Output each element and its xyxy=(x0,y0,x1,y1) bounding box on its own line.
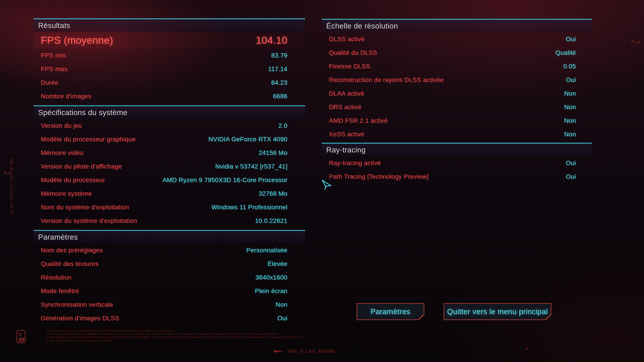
row-label: DRS activé xyxy=(329,103,361,111)
resolution-row: Résolution 3840x1600 xyxy=(34,271,305,284)
row-value: Oui xyxy=(566,76,576,84)
texture-quality-row: Qualité des textures Élevée xyxy=(34,257,305,271)
settings-button-label: Paramètres xyxy=(357,304,424,320)
row-label: AMD FSR 2.1 activé xyxy=(329,117,388,124)
row-value: 117.14 xyxy=(268,65,288,73)
row-label: Version du jeu xyxy=(41,122,82,129)
driver-version-row: Version du pilote d'affichage Nvidia v 5… xyxy=(34,160,305,173)
dlss-quality-row: Qualité du DLSS Qualité xyxy=(322,46,592,59)
row-value: Oui xyxy=(566,173,576,180)
settings-button[interactable]: Paramètres xyxy=(356,303,424,320)
row-value: Non xyxy=(564,117,576,124)
row-label: XeSS activé xyxy=(329,131,364,138)
row-label: Mode fenêtré xyxy=(41,288,79,295)
section-resolution-scaling: Échelle de résolution DLSS activé Oui Qu… xyxy=(322,19,592,141)
video-memory-row: Mémoire vidéo 24156 Mo xyxy=(34,146,305,160)
badge-letter: V xyxy=(18,332,25,337)
legal-line: Conformément au mémo M-1022-242 RE du bu… xyxy=(46,336,348,339)
row-value: NVIDIA GeForce RTX 4090 xyxy=(208,136,288,143)
row-label: Qualité des textures xyxy=(41,260,98,268)
row-value: 2.0 xyxy=(278,122,288,129)
legal-line: Les données saisies sur un terminal NCRD… xyxy=(46,329,348,332)
row-value: 3840x1600 xyxy=(256,274,288,281)
row-label: Modèle du processeur xyxy=(41,176,105,184)
section-title-ray-tracing: Ray-tracing xyxy=(322,143,592,156)
section-title-system-specs: Spécifications du système xyxy=(34,105,305,119)
row-label: Mémoire vidéo xyxy=(41,149,84,157)
section-title-settings: Paramètres xyxy=(34,230,305,244)
row-label: Nombre d'images xyxy=(41,93,91,100)
row-value: Oui xyxy=(566,35,576,43)
scaling-column: Échelle de résolution DLSS activé Oui Qu… xyxy=(322,19,592,183)
row-label: Nom du système d'exploitation xyxy=(41,204,129,211)
frame-count-row: Nombre d'images 6686 xyxy=(34,89,305,103)
section-system-specs: Spécifications du système Version du jeu… xyxy=(34,105,305,228)
decorative-vertical-code: DB 102 CKC 151 CC10 IS5 CP xyxy=(10,159,14,215)
row-value: Oui xyxy=(566,159,576,167)
path-tracing-row: Path Tracing [Technology Preview] Oui xyxy=(322,170,592,183)
row-label: FPS min. xyxy=(41,52,68,59)
duration-row: Durée 64.23 xyxy=(34,76,305,89)
legal-disclaimer-text: Les données saisies sur un terminal NCRD… xyxy=(46,329,348,342)
decorative-marker-right: 1234 xyxy=(632,40,640,44)
quit-button-label: Quitter vers le menu principal xyxy=(444,304,550,320)
row-label: Qualité du DLSS xyxy=(329,49,377,56)
row-label: FPS (moyenne) xyxy=(41,34,113,46)
row-label: Génération d'images DLSS xyxy=(41,315,119,322)
preset-name-row: Nom des préréglages Personnalisée xyxy=(34,244,305,257)
row-label: Modèle du processeur graphique xyxy=(41,136,136,143)
xess-enabled-row: XeSS activé Non xyxy=(322,128,592,141)
ray-tracing-enabled-row: Ray-tracing activé Oui xyxy=(322,156,592,170)
os-name-row: Nom du système d'exploitation Windows 11… xyxy=(34,200,305,214)
row-value: 6686 xyxy=(273,93,288,100)
row-value: 83.79 xyxy=(271,52,288,59)
marker-square xyxy=(632,40,633,42)
row-label: Résolution xyxy=(41,274,72,281)
flag-icon xyxy=(274,350,284,353)
benchmark-results-screen: Résultats FPS (moyenne) 104.10 FPS min. … xyxy=(0,0,644,362)
row-value: Nvidia v 53742 [r537_41] xyxy=(215,163,288,170)
row-value: Oui xyxy=(278,315,288,322)
dlaa-enabled-row: DLAA activé Non xyxy=(322,87,592,100)
row-label: Mémoire système xyxy=(41,190,92,197)
section-settings: Paramètres Nom des préréglages Personnal… xyxy=(34,230,305,325)
fps-average-row: FPS (moyenne) 104.10 xyxy=(34,32,305,49)
row-value: Non xyxy=(276,301,288,308)
section-title-resolution-scaling: Échelle de résolution xyxy=(322,19,592,32)
dlss-frame-gen-row: Génération d'images DLSS Oui xyxy=(34,312,305,325)
row-label: DLAA activé xyxy=(329,90,364,97)
row-value: 104.10 xyxy=(256,34,288,46)
marker-square xyxy=(4,172,6,173)
legal-line: le droit d'accéder aux cookies utilisés … xyxy=(46,339,348,342)
cpu-model-row: Modèle du processeur AMD Ryzen 9 7950X3D… xyxy=(34,173,305,187)
row-value: Non xyxy=(564,103,576,111)
quit-to-main-menu-button[interactable]: Quitter vers le menu principal xyxy=(444,303,551,320)
row-label: Durée xyxy=(41,79,58,86)
os-version-row: Version du système d'exploitation 10.0.2… xyxy=(34,214,305,228)
row-value: Qualité xyxy=(555,49,576,56)
row-label: Version du pilote d'affichage xyxy=(41,163,122,170)
row-value: 24156 Mo xyxy=(259,149,288,157)
ray-reconstruction-row: Reconstruction de rayons DLSS activée Ou… xyxy=(322,73,592,87)
decorative-marker-left: 123 xyxy=(4,172,11,175)
badge-number: 85 xyxy=(18,337,25,343)
window-mode-row: Mode fenêtré Plein écran xyxy=(34,284,305,298)
gpu-model-row: Modèle du processeur graphique NVIDIA Ge… xyxy=(34,132,305,146)
row-label: FPS max. xyxy=(41,65,69,73)
row-value: 32768 Mo xyxy=(259,190,288,197)
row-value: Plein écran xyxy=(255,288,288,295)
row-label: Version du système d'exploitation xyxy=(41,217,137,225)
row-value: Non xyxy=(564,131,576,138)
row-label: Nom des préréglages xyxy=(41,247,103,254)
section-ray-tracing: Ray-tracing Ray-tracing activé Oui Path … xyxy=(322,143,592,183)
row-label: Ray-tracing activé xyxy=(329,159,381,167)
fsr-enabled-row: AMD FSR 2.1 activé Non xyxy=(322,114,592,128)
transmission-id: TRN_TLCAS_8D0095 xyxy=(274,349,335,354)
row-value: Non xyxy=(564,90,576,97)
transmission-id-text: TRN_TLCAS_8D0095 xyxy=(287,349,335,354)
row-value: AMD Ryzen 9 7950X3D 16-Core Processor xyxy=(162,176,288,184)
results-column: Résultats FPS (moyenne) 104.10 FPS min. … xyxy=(34,18,305,325)
row-label: Finesse DLSS xyxy=(329,63,370,70)
row-label: DLSS activé xyxy=(329,35,364,43)
fps-max-row: FPS max. 117.14 xyxy=(34,62,305,76)
